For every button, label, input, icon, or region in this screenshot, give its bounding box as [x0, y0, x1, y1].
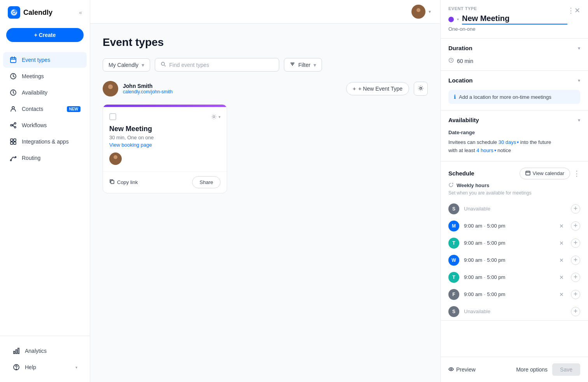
gear-icon	[418, 85, 424, 93]
wednesday-start: 9:00 am	[464, 257, 482, 263]
svg-point-32	[451, 368, 452, 370]
sidebar-item-meetings[interactable]: Meetings	[3, 68, 87, 84]
monday-start: 9:00 am	[464, 223, 482, 229]
eye-icon	[448, 366, 454, 373]
save-button[interactable]: Save	[552, 363, 580, 376]
sidebar-item-analytics[interactable]: Analytics	[6, 343, 84, 359]
monday-end: 5:00 pm	[487, 223, 505, 229]
duration-row: 60 min	[448, 58, 580, 64]
sunday-add-button[interactable]: +	[571, 204, 580, 214]
create-button[interactable]: + Create	[6, 28, 84, 42]
color-chevron-icon[interactable]: ▾	[457, 17, 459, 21]
contacts-icon	[9, 105, 17, 113]
calendly-filter-dropdown[interactable]: My Calendly ▾	[103, 58, 150, 72]
calendar-icon	[525, 170, 530, 177]
sidebar-item-integrations[interactable]: Integrations & apps	[3, 134, 87, 149]
location-section-header[interactable]: Location ▾	[441, 71, 588, 90]
sidebar-item-contacts[interactable]: Contacts NEW	[3, 101, 87, 117]
hours-value: 4 hours	[476, 147, 493, 155]
sidebar-item-help[interactable]: Help ▾	[6, 359, 84, 375]
event-name-input[interactable]	[462, 14, 567, 25]
days-chevron-icon: ▾	[517, 139, 519, 145]
sidebar-item-routing[interactable]: Routing	[3, 150, 87, 166]
share-button[interactable]: Share	[192, 176, 220, 188]
schedule-more-button[interactable]: ⋮	[573, 169, 580, 178]
user-avatar-button[interactable]	[411, 5, 425, 19]
duration-section-header[interactable]: Duration ▾	[441, 39, 588, 58]
svg-point-20	[416, 8, 420, 12]
availability-section-header[interactable]: Availability ▾	[441, 110, 588, 130]
days-value-link[interactable]: 30 days ▾	[499, 138, 519, 147]
sidebar-item-workflows[interactable]: Workflows	[3, 117, 87, 133]
svg-point-23	[108, 84, 113, 89]
new-event-type-button[interactable]: + + New Event Type	[346, 82, 409, 95]
day-row-sunday: S Unavailable +	[441, 200, 588, 217]
availability-icon	[9, 89, 17, 96]
monday-remove-button[interactable]: ✕	[557, 221, 566, 231]
saturday-add-button[interactable]: +	[571, 307, 580, 316]
friday-remove-button[interactable]: ✕	[557, 290, 566, 299]
user-dropdown-chevron[interactable]: ▾	[429, 9, 431, 14]
location-info-text: Add a location for more on-time meetings	[459, 94, 551, 100]
friday-add-button[interactable]: +	[571, 290, 580, 299]
sidebar-item-label: Availability	[22, 89, 47, 96]
sidebar-item-label: Analytics	[25, 348, 47, 354]
collapse-button[interactable]: «	[79, 9, 82, 16]
svg-point-27	[114, 155, 117, 159]
card-gear-chevron: ▾	[219, 115, 220, 119]
tuesday-add-button[interactable]: +	[571, 238, 580, 248]
sidebar-item-availability[interactable]: Availability	[3, 85, 87, 100]
weekly-hours-label: Weekly hours	[457, 182, 489, 188]
location-content: ℹ Add a location for more on-time meetin…	[441, 90, 588, 110]
thursday-add-button[interactable]: +	[571, 273, 580, 282]
sidebar-item-event-types[interactable]: Event types	[3, 52, 87, 68]
preview-button[interactable]: Preview	[448, 366, 476, 373]
copy-link-button[interactable]: Copy link	[109, 179, 138, 186]
calendar-icon	[9, 56, 17, 64]
time-dash: -	[484, 223, 485, 229]
card-meta: 30 min, One on one	[109, 135, 220, 140]
plus-icon: +	[353, 86, 356, 92]
clock-icon	[448, 58, 454, 64]
date-range-text: Invitees can schedule 30 days ▾ into the…	[448, 138, 580, 155]
contacts-badge: NEW	[67, 106, 80, 112]
copy-icon	[109, 179, 115, 186]
availability-section: Availability ▾ Date-range Invitees can s…	[441, 110, 588, 161]
event-type-search[interactable]: Find event types	[155, 58, 279, 72]
thursday-end: 5:00 pm	[487, 274, 505, 280]
tuesday-start: 9:00 am	[464, 240, 482, 246]
card-checkbox[interactable]	[109, 113, 116, 120]
svg-point-22	[161, 62, 164, 65]
workflows-icon	[9, 121, 17, 129]
card-body: ▾ New Meeting 30 min, One on one View bo…	[103, 107, 227, 171]
view-calendar-button[interactable]: View calendar	[520, 168, 570, 179]
card-view-booking[interactable]: View booking page	[109, 142, 220, 148]
user-calendly-link[interactable]: calendly.com/john-smith	[123, 89, 341, 95]
wednesday-remove-button[interactable]: ✕	[557, 256, 566, 265]
hours-value-link[interactable]: 4 hours ▾	[476, 147, 496, 155]
thursday-remove-button[interactable]: ✕	[557, 273, 566, 282]
sidebar-item-label: Integrations & apps	[22, 138, 69, 145]
logo-area: Calendly	[8, 6, 52, 19]
filter-button[interactable]: Filter ▾	[284, 58, 322, 72]
panel-more-button[interactable]: ⋮	[567, 6, 574, 15]
svg-rect-9	[10, 139, 13, 141]
sidebar: Calendly « + Create Event types Meet	[0, 0, 90, 382]
tuesday-remove-button[interactable]: ✕	[557, 238, 566, 248]
filters-row: My Calendly ▾ Find event types Filter ▾	[103, 58, 428, 72]
user-info: John Smith calendly.com/john-smith	[123, 83, 341, 95]
more-options-button[interactable]: More options	[516, 366, 548, 373]
user-settings-button[interactable]	[414, 82, 428, 96]
panel-close-button[interactable]: ✕	[574, 6, 580, 15]
meetings-icon	[9, 72, 17, 80]
monday-add-button[interactable]: +	[571, 221, 580, 231]
logo-icon	[8, 6, 20, 19]
wednesday-add-button[interactable]: +	[571, 256, 580, 265]
card-gear-button[interactable]: ▾	[211, 114, 220, 120]
svg-rect-29	[111, 180, 114, 184]
user-avatar	[103, 81, 118, 96]
hours-chevron-icon: ▾	[494, 147, 496, 154]
page-content: Event types My Calendly ▾ Find event typ…	[90, 24, 440, 382]
sidebar-item-label: Event types	[22, 57, 50, 63]
schedule-title: Schedule	[448, 170, 474, 177]
